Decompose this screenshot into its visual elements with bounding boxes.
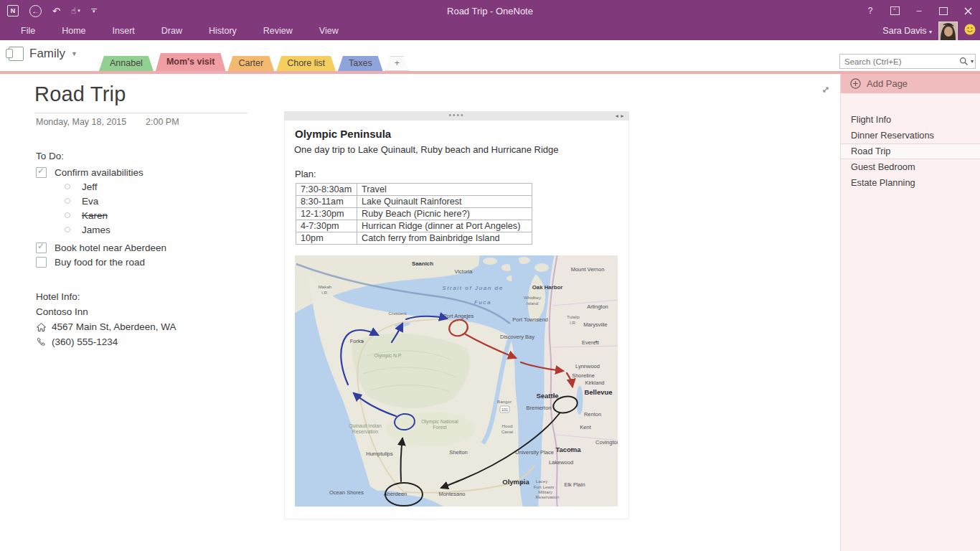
bullet-icon bbox=[65, 212, 70, 218]
map-label: I.R. bbox=[321, 290, 329, 295]
help-button[interactable]: ? bbox=[858, 0, 882, 22]
map-label: Tulalip bbox=[567, 314, 580, 319]
search-input[interactable] bbox=[840, 57, 959, 66]
map-label: Tacoma bbox=[555, 446, 581, 453]
map-label: Olympic N.P. bbox=[374, 353, 402, 359]
notebook-icon bbox=[9, 47, 24, 61]
map-label: Marysville bbox=[583, 321, 607, 328]
back-button[interactable]: ← bbox=[29, 5, 42, 17]
map-label: Port Angeles bbox=[443, 313, 474, 319]
search-icon[interactable] bbox=[959, 57, 969, 66]
send-smile-button[interactable] bbox=[964, 24, 976, 38]
close-button[interactable] bbox=[956, 0, 980, 22]
todo-checkbox[interactable]: ✓ bbox=[36, 167, 47, 178]
touch-mouse-mode-button[interactable]: ☝ ▾ bbox=[71, 6, 80, 16]
map-label: Kent bbox=[580, 424, 591, 430]
container-grip-dots-icon: •••• bbox=[284, 111, 629, 121]
hotel-info-outline: Hotel Info: Contoso Inn 4567 Main St, Ab… bbox=[36, 289, 176, 349]
ribbon-tab-review[interactable]: Review bbox=[254, 22, 302, 40]
search-scope-dropdown[interactable]: ▾ bbox=[971, 58, 974, 65]
todo-label: Book hotel near Aberdeen bbox=[55, 242, 166, 253]
page-panel: Add Page Flight InfoDinner ReservationsR… bbox=[840, 74, 980, 551]
check-icon: ✓ bbox=[37, 166, 44, 176]
map-label: Fort Lewis bbox=[534, 484, 555, 489]
plan-time-cell: 10pm bbox=[296, 232, 357, 245]
map-label: Montesano bbox=[438, 491, 465, 497]
user-account-menu[interactable]: Sara Davis ▾ bbox=[882, 26, 932, 36]
map-label: Quinault Indian bbox=[349, 423, 382, 429]
todo-outline: To Do: ✓Confirm availabilitiesJeffEvaKar… bbox=[36, 151, 265, 269]
plan-time-cell: 4-7:30pm bbox=[296, 220, 357, 232]
ribbon-tab-bar: FileHomeInsertDrawHistoryReviewView bbox=[0, 22, 356, 40]
section-tab-annabel[interactable]: Annabel bbox=[99, 56, 154, 71]
table-row: 10pmCatch ferry from Bainbridge Island bbox=[296, 232, 532, 245]
page-time: 2:00 PM bbox=[146, 117, 179, 127]
page-title[interactable]: Road Trip bbox=[34, 83, 126, 106]
todo-item: Jeff bbox=[36, 179, 265, 194]
container-resize-arrows-icon[interactable]: ◄► bbox=[614, 111, 626, 121]
notebook-switcher[interactable]: Family ▼ bbox=[9, 47, 77, 61]
page-list-item-road-trip[interactable]: Road Trip bbox=[841, 143, 980, 159]
avatar[interactable] bbox=[938, 22, 958, 41]
todo-label: Buy food for the road bbox=[55, 257, 145, 268]
note-container-handle[interactable]: •••• ◄► bbox=[284, 111, 629, 121]
todo-label: Karen bbox=[82, 210, 108, 221]
chevron-down-icon: ▾ bbox=[929, 29, 932, 35]
ribbon-tab-history[interactable]: History bbox=[199, 22, 246, 40]
plan-table: 7:30-8:30amTravel8:30-11amLake Quinault … bbox=[296, 183, 532, 245]
customize-quick-access-button[interactable]: ▾ bbox=[91, 9, 97, 13]
page-list-item-guest-bedroom[interactable]: Guest Bedroom bbox=[841, 159, 980, 175]
map-label: Discovery Bay bbox=[500, 334, 534, 340]
plan-time-cell: 7:30-8:30am bbox=[296, 184, 357, 196]
page-list-item-dinner-reservations[interactable]: Dinner Reservations bbox=[841, 128, 980, 143]
maximize-icon bbox=[939, 7, 948, 15]
section-tab-taxes[interactable]: Taxes bbox=[338, 56, 383, 71]
map-label: Crescent bbox=[389, 311, 407, 316]
onenote-app-icon: N bbox=[7, 5, 19, 17]
ribbon-tab-home[interactable]: Home bbox=[52, 22, 95, 40]
todo-label: Eva bbox=[82, 196, 98, 207]
table-row: 4-7:30pmHurrican Ridge (dinner at Port A… bbox=[296, 220, 532, 232]
map-label: University Place bbox=[515, 449, 554, 456]
new-section-button[interactable]: + bbox=[385, 56, 409, 71]
todo-heading: To Do: bbox=[36, 151, 265, 165]
todo-checkbox[interactable] bbox=[36, 257, 47, 268]
todo-label: Jeff bbox=[82, 182, 98, 192]
hotel-heading: Hotel Info: bbox=[36, 289, 176, 304]
page-list-item-estate-planning[interactable]: Estate Planning bbox=[841, 175, 980, 191]
todo-checkbox[interactable]: ✓ bbox=[36, 242, 47, 253]
section-tab-carter[interactable]: Carter bbox=[227, 56, 274, 71]
table-row: 12-1:30pmRuby Beach (Picnic here?) bbox=[296, 208, 532, 220]
undo-button[interactable]: ↶ bbox=[52, 6, 60, 16]
map-label: I.R. bbox=[570, 320, 577, 325]
todo-item: Karen bbox=[36, 208, 265, 222]
title-bar: N ← ↶ ☝ ▾ ▾ Road Trip - OneNote ? ⌃ – bbox=[0, 0, 980, 40]
ribbon-tab-insert[interactable]: Insert bbox=[103, 22, 144, 40]
map-label: Fuca bbox=[474, 299, 491, 306]
plan-time-cell: 12-1:30pm bbox=[296, 208, 357, 220]
hotel-phone-row: (360) 555-1234 bbox=[36, 334, 176, 349]
map-label: Olympic National bbox=[421, 419, 458, 425]
bullet-icon bbox=[65, 198, 70, 204]
minimize-button[interactable]: – bbox=[907, 0, 931, 22]
note-heading: Olympic Peninsula bbox=[295, 128, 391, 140]
map-label: Island bbox=[527, 301, 539, 306]
page-list-item-flight-info[interactable]: Flight Info bbox=[841, 112, 980, 128]
full-page-view-button[interactable] bbox=[819, 83, 833, 97]
plan-label: Plan: bbox=[295, 169, 316, 179]
ribbon-tab-file[interactable]: File bbox=[11, 22, 44, 40]
map-label: Bellevue bbox=[584, 388, 612, 396]
ribbon-tab-draw[interactable]: Draw bbox=[152, 22, 192, 40]
section-tab-chore-list[interactable]: Chore list bbox=[276, 56, 336, 71]
add-page-button[interactable]: Add Page bbox=[841, 74, 980, 93]
section-tab-mom-s-visit[interactable]: Mom's visit bbox=[156, 53, 226, 71]
ribbon-display-options-button[interactable]: ⌃ bbox=[882, 0, 907, 22]
map-label: Shelton bbox=[449, 449, 467, 456]
plan-activity-cell: Travel bbox=[357, 184, 532, 196]
table-row: 7:30-8:30amTravel bbox=[296, 184, 532, 196]
search-box[interactable]: ▾ bbox=[839, 54, 976, 69]
page-list: Flight InfoDinner ReservationsRoad TripG… bbox=[841, 93, 980, 191]
map-label: Bremerton bbox=[526, 405, 551, 411]
maximize-button[interactable] bbox=[931, 0, 956, 22]
ribbon-tab-view[interactable]: View bbox=[310, 22, 348, 40]
